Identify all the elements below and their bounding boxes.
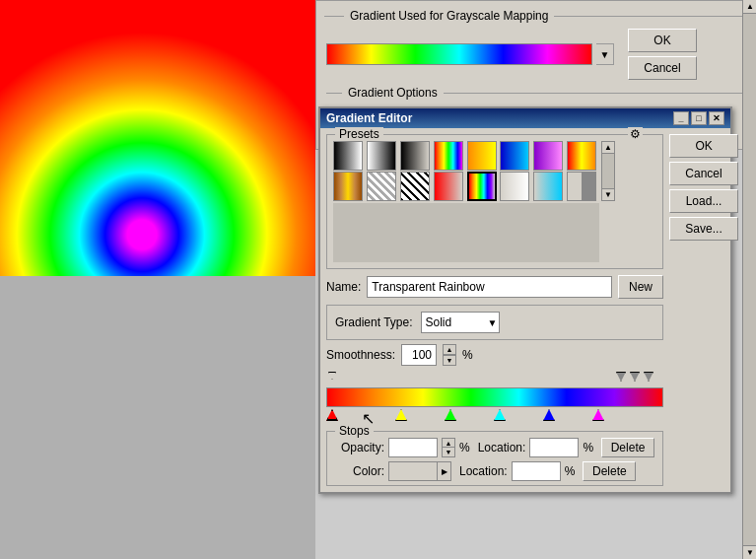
opacity-percent-label: % xyxy=(459,441,470,454)
color-stop-magenta[interactable] xyxy=(592,409,604,421)
dialog-body: Presets ⚙ xyxy=(320,128,730,492)
opacity-delete-button[interactable]: Delete xyxy=(601,438,654,457)
opacity-stop-r1[interactable] xyxy=(616,372,626,382)
gradient-editor-title: Gradient Editor xyxy=(326,111,412,125)
smoothness-stepper: ▲ ▼ xyxy=(443,344,456,366)
opacity-stops-right xyxy=(616,372,653,382)
grayscale-gradient-preview[interactable] xyxy=(326,43,592,65)
titlebar-restore-button[interactable]: □ xyxy=(691,111,707,125)
stops-group: Stops Opacity: ▲ ▼ % Location: % Delete xyxy=(326,431,663,486)
opacity-stop-row: Opacity: ▲ ▼ % Location: % Delete xyxy=(335,438,654,457)
color-location-percent: % xyxy=(565,464,576,478)
titlebar-close-button[interactable]: ✕ xyxy=(709,111,724,125)
opacity-stop-left[interactable] xyxy=(328,372,336,380)
preset-7[interactable] xyxy=(533,141,563,171)
preset-3[interactable] xyxy=(400,141,430,171)
presets-legend: Presets xyxy=(335,127,383,141)
opacity-stop-r2[interactable] xyxy=(630,372,640,382)
opacity-stop-r3[interactable] xyxy=(644,372,653,382)
color-stop-blue[interactable] xyxy=(543,409,555,421)
new-button[interactable]: New xyxy=(618,275,663,299)
smoothness-input[interactable] xyxy=(401,344,437,366)
color-field-label: Color: xyxy=(335,464,384,478)
color-stop-red[interactable] xyxy=(326,409,338,421)
opacity-input[interactable] xyxy=(388,438,438,457)
gradient-type-label: Gradient Type: xyxy=(335,315,413,329)
smoothness-row: Smoothness: ▲ ▼ % xyxy=(326,344,663,366)
gradient-editor-dialog: Gradient Editor _ □ ✕ Presets ⚙ xyxy=(318,106,732,494)
main-scroll-down-button[interactable]: ▼ xyxy=(743,545,756,559)
presets-gear-icon[interactable]: ⚙ xyxy=(628,127,643,141)
smoothness-label: Smoothness: xyxy=(326,348,395,362)
name-label: Name: xyxy=(326,280,361,294)
titlebar-minimize-button[interactable]: _ xyxy=(673,111,689,125)
location-label-1: Location: xyxy=(478,441,526,454)
titlebar-controls: _ □ ✕ xyxy=(673,111,724,125)
dialog-left: Presets ⚙ xyxy=(326,134,663,486)
color-stop-marker-yellow xyxy=(395,409,407,421)
smoothness-up-button[interactable]: ▲ xyxy=(443,344,456,355)
color-stop-cyan[interactable] xyxy=(494,409,506,421)
preset-5[interactable] xyxy=(467,141,497,171)
opacity-location-percent: % xyxy=(583,441,593,454)
color-location-input[interactable] xyxy=(512,461,561,481)
scroll-up-button[interactable]: ▲ xyxy=(602,142,614,154)
color-stop-green[interactable] xyxy=(445,409,456,421)
editor-save-button[interactable]: Save... xyxy=(669,217,738,241)
grayscale-cancel-button[interactable]: Cancel xyxy=(628,56,697,80)
opacity-up-button[interactable]: ▲ xyxy=(442,438,455,448)
main-scroll-track xyxy=(743,14,756,545)
main-scrollbar[interactable]: ▲ ▼ xyxy=(742,0,756,559)
gradient-type-select[interactable]: Solid Noise xyxy=(421,312,500,333)
scroll-track xyxy=(602,154,614,188)
color-stop-marker-magenta xyxy=(592,409,604,421)
opacity-stops-area xyxy=(326,372,663,387)
stops-legend: Stops xyxy=(335,424,374,438)
presets-grid xyxy=(333,141,599,201)
editor-load-button[interactable]: Load... xyxy=(669,189,738,213)
grayscale-gradient-dropdown[interactable]: ▼ xyxy=(596,43,614,65)
preset-8[interactable] xyxy=(567,141,596,171)
location-label-2: Location: xyxy=(459,464,508,478)
preset-10[interactable] xyxy=(367,172,396,201)
background-canvas xyxy=(0,0,315,559)
color-swatch-wrapper: ▶ xyxy=(388,461,451,481)
gradient-type-group: Gradient Type: Solid Noise ▼ xyxy=(326,305,663,340)
opacity-field-label: Opacity: xyxy=(335,441,384,454)
presets-scrollbar[interactable]: ▲ ▼ xyxy=(601,141,615,201)
opacity-stop-marker-left xyxy=(328,372,336,380)
preset-1[interactable] xyxy=(333,141,363,171)
preset-15[interactable] xyxy=(533,172,563,201)
color-stops-area: ↖ xyxy=(326,407,663,427)
color-swatch[interactable] xyxy=(388,461,438,481)
color-stop-marker-blue xyxy=(543,409,555,421)
preset-9[interactable] xyxy=(333,172,363,201)
gradient-main-bar[interactable] xyxy=(326,387,663,407)
preset-6[interactable] xyxy=(500,141,529,171)
color-stop-yellow[interactable] xyxy=(395,409,407,421)
preset-14[interactable] xyxy=(500,172,529,201)
preset-11[interactable] xyxy=(400,172,430,201)
opacity-down-button[interactable]: ▼ xyxy=(442,448,455,457)
dialog-right-buttons: OK Cancel Load... Save... xyxy=(669,134,738,486)
name-input[interactable] xyxy=(367,276,612,298)
editor-cancel-button[interactable]: Cancel xyxy=(669,162,738,185)
grayscale-ok-button[interactable]: OK xyxy=(628,29,697,52)
color-delete-button[interactable]: Delete xyxy=(583,461,636,481)
name-row: Name: New xyxy=(326,275,663,299)
scroll-down-button[interactable]: ▼ xyxy=(602,188,614,200)
preset-12[interactable] xyxy=(434,172,463,201)
smoothness-down-button[interactable]: ▼ xyxy=(443,355,456,366)
preset-13[interactable] xyxy=(467,172,497,201)
gradient-bar-area: ↖ xyxy=(326,372,663,427)
gradient-editor-titlebar: Gradient Editor _ □ ✕ xyxy=(320,108,730,128)
color-swatch-arrow-icon[interactable]: ▶ xyxy=(438,461,451,481)
color-stop-marker-red xyxy=(326,409,338,421)
preset-4[interactable] xyxy=(434,141,463,171)
opacity-location-input[interactable] xyxy=(529,438,579,457)
preset-2[interactable] xyxy=(367,141,396,171)
main-scroll-up-button[interactable]: ▲ xyxy=(743,0,756,14)
editor-ok-button[interactable]: OK xyxy=(669,134,738,158)
preset-16[interactable] xyxy=(567,172,596,201)
color-stop-marker-green xyxy=(445,409,456,421)
